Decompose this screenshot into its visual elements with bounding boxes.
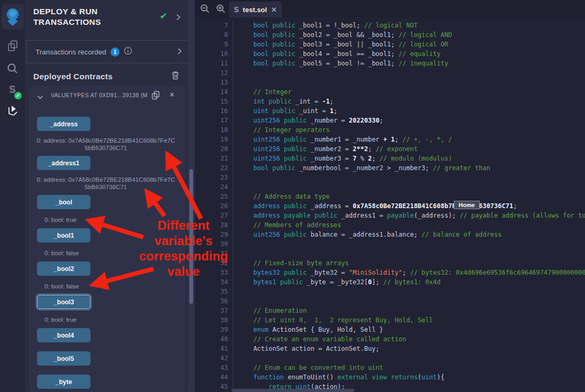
code-line: 18 // Integer operators xyxy=(195,125,585,135)
contract-card-header[interactable]: VALUETYPES AT 0XD91...39138 (M × xyxy=(29,86,186,106)
zoom-in-icon[interactable] xyxy=(216,4,226,16)
code-line: 17 uint256 public _number = 20220330; xyxy=(195,116,585,125)
code-line: 23 xyxy=(195,173,585,182)
variable-value-_address: 0: address: 0x7A58c0Be72BE218B41C608b7Fe… xyxy=(36,137,175,152)
deploy-run-icon[interactable] xyxy=(0,101,25,119)
transactions-count-badge: 1 xyxy=(111,48,120,57)
code-line: 32 // Fixed-size byte arrays xyxy=(195,258,585,268)
line-number: 29 xyxy=(195,230,233,239)
line-number: 24 xyxy=(195,182,233,192)
deploy-run-panel: DEPLOY & RUN TRANSACTIONS ✔ Transactions… xyxy=(25,0,195,392)
code-lines: 7 bool public _bool1 = !_bool; // logica… xyxy=(195,21,585,391)
line-number: 18 xyxy=(195,125,233,135)
horizontal-scrollbar[interactable] xyxy=(232,389,354,392)
code-line: 13 xyxy=(195,78,585,87)
variable-value-_bool: 0: bool: true xyxy=(44,216,186,223)
chevron-right-icon[interactable] xyxy=(176,13,181,23)
line-number: 27 xyxy=(195,211,233,220)
info-icon[interactable] xyxy=(124,46,132,57)
code-line: 24 xyxy=(195,182,585,192)
code-line: 9 bool public _bool3 = _bool || _bool1; … xyxy=(195,40,585,49)
code-line: 44 function enumToUint() external view r… xyxy=(195,372,585,382)
home-tooltip: Home xyxy=(454,201,480,209)
code-line: 15 int public _int = -1; xyxy=(195,97,585,106)
code-line: 26 address public _address = 0x7A58c0Be7… xyxy=(195,201,585,211)
tab-close-icon[interactable]: ✕ xyxy=(271,6,277,14)
zoom-out-icon[interactable] xyxy=(200,4,210,16)
code-line: 38 // Let uint 0, 1, 2 represent Buy, Ho… xyxy=(195,315,585,325)
code-line: 8 bool public _bool2 = _bool && _bool1; … xyxy=(195,30,585,40)
transactions-recorded[interactable]: Transactions recorded 1 xyxy=(26,40,189,63)
panel-editor-divider xyxy=(188,0,195,392)
deployed-contracts-header: Deployed Contracts xyxy=(33,71,179,82)
line-number: 30 xyxy=(195,239,233,249)
line-number: 22 xyxy=(195,163,233,173)
line-number: 19 xyxy=(195,135,233,144)
variable-button-_bool5[interactable]: _bool5 xyxy=(37,351,90,366)
code-line: 39 enum ActionSet { Buy, Hold, Sell } xyxy=(195,325,585,334)
line-number: 43 xyxy=(195,363,233,372)
line-number: 34 xyxy=(195,277,233,287)
variable-value-_bool1: 0: bool: false xyxy=(44,249,186,257)
line-number: 20 xyxy=(195,144,233,154)
line-number: 7 xyxy=(195,21,233,30)
code-line: 30 xyxy=(195,239,585,249)
remix-logo-icon[interactable] xyxy=(2,4,24,30)
editor-tabbar: S test.sol ✕ xyxy=(195,0,585,17)
line-number: 13 xyxy=(195,78,233,87)
chevron-right-icon[interactable] xyxy=(178,47,182,57)
line-number: 35 xyxy=(195,287,233,296)
file-explorer-icon[interactable] xyxy=(0,37,25,55)
variable-value-_bool2: 0: bool: false xyxy=(44,283,186,290)
contract-variables-list: _address0: address: 0x7A58c0Be72BE218B41… xyxy=(29,106,186,389)
check-icon: ✔ xyxy=(160,11,167,22)
code-line: 36 xyxy=(195,296,585,306)
code-line: 27 address payable public _address1 = pa… xyxy=(195,211,585,220)
line-number: 16 xyxy=(195,106,233,116)
line-number: 33 xyxy=(195,268,233,277)
line-number: 17 xyxy=(195,116,233,125)
line-number: 41 xyxy=(195,344,233,353)
line-number: 15 xyxy=(195,97,233,106)
contract-title: VALUETYPES AT 0XD91...39138 (M xyxy=(51,92,148,98)
code-line: 40 // Create an enum variable called act… xyxy=(195,334,585,344)
variable-button-_bool3[interactable]: _bool3 xyxy=(37,295,90,309)
code-line: 43 // Enum can be converted into uint xyxy=(195,363,585,372)
code-line: 22 bool public _numberbool = _number2 > … xyxy=(195,163,585,173)
code-line: 34 bytes1 public _byte = _byte32[0]; // … xyxy=(195,277,585,287)
line-number: 40 xyxy=(195,334,233,344)
copy-icon[interactable] xyxy=(151,90,160,102)
code-line: 20 uint256 public _number2 = 2**2; // ex… xyxy=(195,144,585,154)
variable-button-_bool2[interactable]: _bool2 xyxy=(37,262,90,276)
line-number: 14 xyxy=(195,87,233,97)
line-number: 10 xyxy=(195,49,233,59)
close-icon[interactable]: × xyxy=(170,90,174,99)
trash-icon[interactable] xyxy=(171,71,179,82)
variable-button-_bool1[interactable]: _bool1 xyxy=(37,228,90,242)
variable-button-_byte[interactable]: _byte xyxy=(37,375,90,389)
line-number: 11 xyxy=(195,59,233,68)
variable-button-_bool4[interactable]: _bool4 xyxy=(37,328,90,342)
tab-label: test.sol xyxy=(243,6,267,14)
line-number: 42 xyxy=(195,353,233,363)
line-number: 26 xyxy=(195,201,233,211)
solidity-compiler-icon[interactable]: S ✓ xyxy=(0,80,25,98)
variable-button-_bool[interactable]: _bool xyxy=(37,195,90,209)
chevron-down-icon[interactable] xyxy=(37,92,43,102)
variable-button-_address[interactable]: _address xyxy=(37,117,90,131)
code-line: 41 ActionSet action = ActionSet.Buy; xyxy=(195,344,585,353)
line-number: 31 xyxy=(195,249,233,258)
code-editor[interactable]: 7 bool public _bool1 = !_bool; // logica… xyxy=(195,17,585,392)
deployed-contract-card: VALUETYPES AT 0XD91...39138 (M × _addres… xyxy=(29,86,186,392)
line-number: 38 xyxy=(195,315,233,325)
line-number: 37 xyxy=(195,306,233,315)
transactions-recorded-label: Transactions recorded xyxy=(35,48,106,56)
tab-test-sol[interactable]: S test.sol ✕ xyxy=(229,2,282,17)
code-line: 35 xyxy=(195,287,585,296)
line-number: 28 xyxy=(195,220,233,230)
vertical-scrollbar[interactable] xyxy=(189,169,193,304)
deployed-contracts-heading: Deployed Contracts xyxy=(33,72,113,81)
icon-sidebar: S ✓ xyxy=(0,0,25,392)
search-icon[interactable] xyxy=(0,59,25,77)
variable-button-_address1[interactable]: _address1 xyxy=(37,156,90,170)
